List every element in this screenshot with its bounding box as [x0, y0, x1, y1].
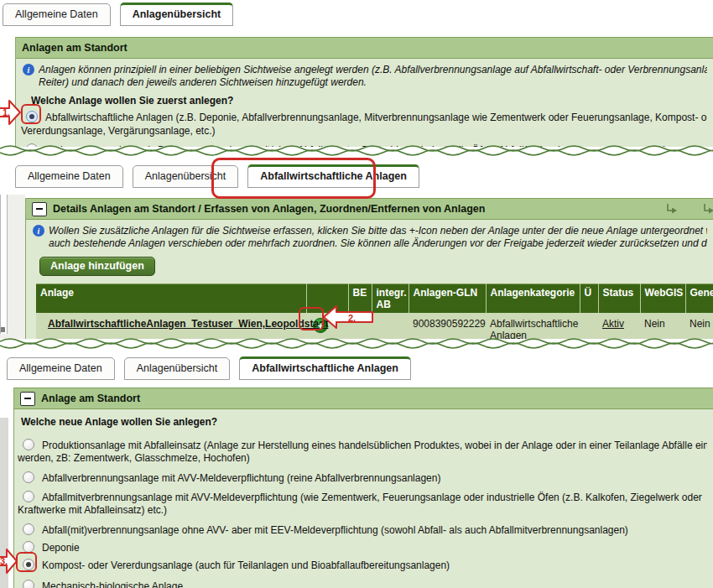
radio-verbrennungsanlagen[interactable] [26, 143, 38, 147]
panel3-header: Anlage am Standort [14, 388, 713, 409]
panel3-title: Anlage am Standort [41, 393, 140, 404]
info-icon: i [23, 64, 34, 75]
option-label: Abfallwirtschaftliche Anlagen (z.B. Depo… [45, 112, 707, 123]
option-label: Abfall(mit)verbrennungsanlage ohne AVV- … [42, 524, 628, 536]
option-row: Abfallmitverbrennungsanlage mit AVV-Meld… [18, 491, 707, 517]
option-row: Abfallverbrennungsanlage mit AVV-Meldeve… [18, 471, 707, 485]
option-row: Abfall(mit)verbrennungsanlage ohne AVV- … [18, 523, 707, 537]
panel1-question: Welche Anlage wollen Sie zuerst anlegen? [31, 95, 707, 107]
table-row: AbfallwirtschaftlicheAnlagen_Testuser_Wi… [36, 313, 713, 339]
tree-expand-icon[interactable] [665, 203, 679, 215]
option-label: Abfallverbrennungsanlage mit AVV-Meldeve… [42, 472, 440, 484]
panel2-info: i Wollen Sie zusätzliche Anlagen für die… [31, 225, 707, 250]
option-label: Mechanisch-biologische Anlage [42, 580, 183, 588]
info-line: auch bestehende Anlagen verschieben oder… [49, 237, 707, 250]
panel-details-anlagen: Details Anlagen am Standort / Erfassen v… [25, 198, 713, 339]
option-row: Mechanisch-biologische Anlage [18, 580, 707, 588]
anlagen-table: Anlage BE integr. AB Anlagen-GLN Anlagen… [36, 284, 713, 339]
col-webgis: WebGIS [640, 284, 685, 314]
panel-anlage-am-standort: Anlage am Standort Welche neue Anlage wo… [13, 388, 713, 588]
info-icon: i [33, 225, 44, 237]
cell-kategorie: Abfallwirtschaftliche Anlagen [486, 313, 580, 339]
tab-anlagenuebersicht-3[interactable]: Anlagenübersicht [124, 357, 231, 380]
table-header-row: Anlage BE integr. AB Anlagen-GLN Anlagen… [36, 284, 713, 314]
scrollbar-fragment[interactable] [0, 195, 8, 334]
cell-genehmigung: Nein [685, 313, 713, 339]
col-anlagenkategorie: Anlagenkategorie [486, 284, 580, 314]
col-status: Status [598, 284, 640, 314]
col-integr-ab: integr. AB [372, 284, 409, 314]
col-actions [306, 284, 348, 314]
radio-deponie[interactable] [23, 541, 34, 553]
torn-edge-2 [0, 337, 713, 351]
tab-allgemeine-daten-1[interactable]: Allgemeine Daten [3, 3, 111, 26]
scrollbar-thumb[interactable] [1, 327, 5, 332]
collapse-minus-icon[interactable] [20, 392, 35, 406]
panel1-title: Anlagen am Standort [22, 42, 128, 54]
panel2-title: Details Anlagen am Standort / Erfassen v… [53, 203, 485, 215]
radio-abfallwirtschaftliche-anlagen[interactable] [26, 111, 38, 122]
option-row: Produktionsanlage mit Abfalleinsatz (Anl… [18, 439, 707, 465]
col-anlage: Anlage [36, 284, 306, 314]
tab-bar-3: Allgemeine Daten Anlagenübersicht Abfall… [7, 356, 411, 380]
info-line: Wollen Sie zusätzliche Anlagen für die S… [49, 225, 707, 237]
option-label-wrap: Vererdungsanlage, Vergärungsanlage, etc.… [21, 125, 707, 138]
col-anlagen-gln: Anlagen-GLN [409, 284, 486, 314]
status-link[interactable]: Aktiv [602, 318, 624, 330]
option-row: Verbrennungsanlagen (z.B. Feuerungsanlag… [21, 143, 707, 147]
radio-abfall-mit-verbrennungsanlage-eev[interactable] [23, 523, 34, 535]
add-anlage-button[interactable]: Anlage hinzufügen [39, 257, 155, 276]
tab-bar-1: Allgemeine Daten Anlagenübersicht [3, 3, 233, 26]
page: Allgemeine Daten Anlagenübersicht Anlage… [0, 0, 713, 588]
panel3-question: Welche neue Anlage wollen Sie anlegen? [21, 416, 707, 429]
cell-ue [580, 313, 598, 339]
tab-anlagenuebersicht-2[interactable]: Anlagenübersicht [133, 165, 239, 188]
option-label: Verbrennungsanlagen (z.B. Feuerungsanlag… [45, 144, 666, 147]
tree-icons [665, 203, 707, 215]
option-row: Deponie [18, 541, 707, 554]
radio-mechanisch-biologische-anlage[interactable] [23, 580, 34, 588]
tab-abfallwirtschaftliche-anlagen-3[interactable]: Abfallwirtschaftliche Anlagen [239, 356, 411, 380]
option-label: Kompost- oder Vererdungsanlage (auch für… [42, 559, 450, 571]
info-line: Reiter) und danach den jeweils anderen S… [39, 76, 707, 89]
collapse-minus-icon[interactable] [32, 202, 47, 216]
cell-be [348, 313, 372, 339]
col-ue: Ü [580, 284, 598, 314]
panel1-info: i Anlagen können prinzipiell in einer be… [21, 64, 707, 89]
cell-webgis: Nein [640, 313, 685, 339]
panel-anlagen-am-standort: Anlagen am Standort i Anlagen können pri… [15, 37, 713, 147]
cell-gln: 9008390592229 [409, 313, 486, 339]
anlage-link[interactable]: AbfallwirtschaftlicheAnlagen_Testuser_Wi… [48, 318, 328, 330]
option-row: Kompost- oder Vererdungsanlage (auch für… [18, 559, 707, 572]
col-genehmigung: Genehmigung [685, 284, 713, 314]
option-label: Deponie [42, 542, 80, 554]
radio-kompost-vererdungsanlage[interactable] [23, 559, 34, 570]
panel1-header: Anlagen am Standort [16, 37, 713, 59]
tab-abfallwirtschaftliche-anlagen-2[interactable]: Abfallwirtschaftliche Anlagen [247, 164, 419, 188]
tab-anlagenuebersicht-1[interactable]: Anlagenübersicht [120, 3, 234, 26]
tab-bar-2: Allgemeine Daten Anlagenübersicht Abfall… [15, 164, 419, 188]
annotation-step-label: 1. [3, 107, 10, 117]
option-label: Produktionsanlage mit Abfalleinsatz (Anl… [42, 440, 707, 451]
panel2-header: Details Anlagen am Standort / Erfassen v… [26, 198, 713, 220]
option-label: Abfallmitverbrennungsanlage mit AVV-Meld… [42, 492, 702, 503]
col-be: BE [348, 284, 372, 314]
option-label-wrap: werden, zB: Zementwerk, Glasschmelze, Ho… [18, 452, 707, 465]
radio-abfallmitverbrennungsanlage[interactable] [23, 491, 34, 502]
left-gutter-3 [0, 418, 8, 588]
cell-integr-ab [372, 313, 409, 339]
radio-produktionsanlage[interactable] [23, 439, 34, 450]
tab-allgemeine-daten-2[interactable]: Allgemeine Daten [15, 165, 123, 188]
tree-collapse-icon[interactable] [702, 203, 713, 215]
info-line: Anlagen können prinzipiell in einer beli… [39, 64, 707, 76]
option-row: Abfallwirtschaftliche Anlagen (z.B. Depo… [21, 111, 707, 138]
radio-abfallverbrennungsanlage[interactable] [23, 471, 34, 483]
option-label-wrap: Kraftwerke mit Abfalleinsatz) etc.) [18, 504, 707, 517]
tab-allgemeine-daten-3[interactable]: Allgemeine Daten [7, 357, 115, 380]
